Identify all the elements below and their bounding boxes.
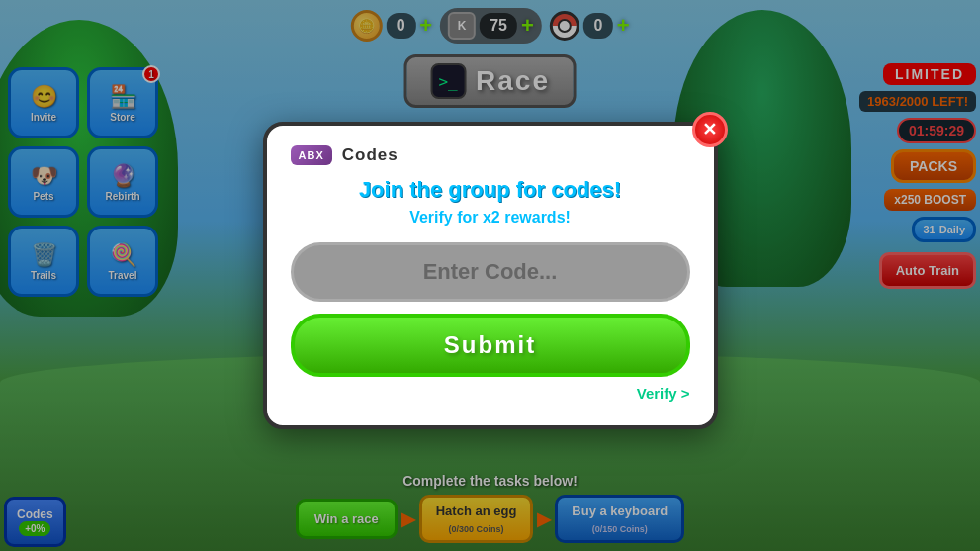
modal-header: ABX Codes [291, 145, 690, 165]
abx-badge: ABX [291, 145, 332, 165]
modal-overlay: ✕ ABX Codes Join the group for codes! Ve… [0, 0, 980, 551]
verify-link[interactable]: Verify > [291, 385, 690, 402]
code-input[interactable] [291, 242, 690, 302]
join-group-text: Join the group for codes! [291, 177, 690, 203]
codes-modal: ✕ ABX Codes Join the group for codes! Ve… [263, 122, 718, 429]
verify-reward-text: Verify for x2 rewards! [291, 209, 690, 227]
close-modal-button[interactable]: ✕ [692, 112, 728, 147]
modal-title: Codes [342, 145, 399, 165]
submit-button[interactable]: Submit [291, 314, 690, 377]
